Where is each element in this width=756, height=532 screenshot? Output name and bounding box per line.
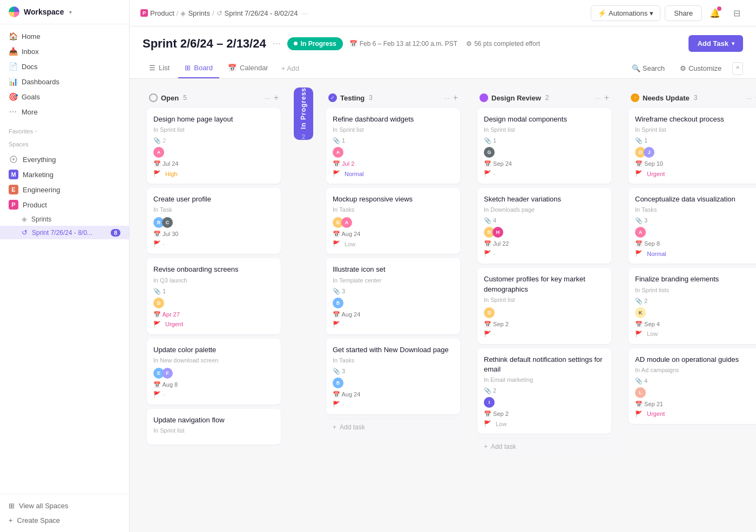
create-space-button[interactable]: + Create Space	[0, 513, 129, 528]
card-row: 📎 2	[153, 137, 274, 144]
share-button[interactable]: Share	[665, 5, 702, 21]
sidebar-dashboards-label: Dashboards	[22, 78, 59, 86]
sidebar-item-more[interactable]: ⋯ More	[0, 104, 129, 119]
breadcrumb-product-icon: P	[140, 9, 148, 17]
breadcrumb-product[interactable]: P Product	[140, 9, 174, 17]
breadcrumb-sprints[interactable]: ◈ Sprints	[180, 9, 210, 17]
list-tab-icon: ☰	[149, 64, 156, 72]
card-wireframe-checkout[interactable]: Wireframe checkout process In Sprint lis…	[629, 108, 756, 184]
sidebar-item-everything[interactable]: Everything	[0, 152, 129, 167]
card-priority-row: 🚩 -	[333, 321, 454, 328]
card-customer-profiles[interactable]: Customer profiles for key market demogra…	[477, 268, 611, 344]
testing-col-add-icon[interactable]: +	[453, 93, 458, 103]
card-date-row: 📅 Jul 30	[153, 231, 274, 238]
avatar: D	[153, 298, 164, 308]
customize-tab-label: Customize	[688, 64, 721, 72]
card-rethink-notification[interactable]: Rethink default notification settings fo…	[477, 348, 611, 434]
card-update-nav[interactable]: Update navigation flow In Sprint list	[147, 409, 281, 445]
card-date: 📅 Jul 2	[333, 160, 354, 167]
card-sketch-header[interactable]: Sketch header variations In Downloads pa…	[477, 188, 611, 264]
card-avatar-row: B	[333, 298, 454, 308]
sidebar-goals-label: Goals	[22, 93, 40, 101]
card-date: 📅 Aug 8	[153, 381, 178, 388]
sidebar-header[interactable]: Workspace ▾	[0, 0, 129, 24]
priority-label: Urgent	[165, 321, 183, 327]
card-priority-row: 🚩 Urgent	[635, 170, 756, 177]
needs-update-col-more-icon[interactable]: ···	[746, 94, 752, 102]
card-get-started-download[interactable]: Get started with New Download page In Ta…	[326, 339, 460, 414]
sidebar-nav: 🏠 Home 📥 Inbox 📄 Docs 📊 Dashboards 🎯 Goa…	[0, 24, 129, 124]
tab-calendar[interactable]: 📅 Calendar	[221, 58, 275, 78]
sprint-more-icon[interactable]: ···	[273, 38, 281, 49]
marketing-label: Marketing	[23, 171, 53, 179]
tab-list[interactable]: ☰ List	[143, 58, 176, 78]
avatar-group: D J	[635, 147, 654, 158]
design-review-col-more-icon[interactable]: ···	[595, 94, 601, 102]
card-finalize-branding[interactable]: Finalize branding elements In Sprint lis…	[629, 268, 756, 344]
card-date-row: 📅 Jul 24	[153, 160, 274, 167]
sidebar-item-goals[interactable]: 🎯 Goals	[0, 89, 129, 104]
card-ad-module[interactable]: AD module on operational guides In Ad ca…	[629, 348, 756, 424]
collapse-button[interactable]: ^	[732, 62, 743, 75]
card-title: Illustrate icon set	[333, 265, 454, 274]
card-design-home[interactable]: Design home page layout In Sprint list 📎…	[147, 108, 281, 184]
sidebar-item-sprint-current[interactable]: ↺ Sprint 7/26/24 - 8/0... 8	[0, 226, 129, 239]
avatar-group: B	[333, 298, 343, 308]
sidebar-item-home[interactable]: 🏠 Home	[0, 29, 129, 44]
card-mockup-responsive[interactable]: Mockup responsive views In Tasks D A 📅 A…	[326, 188, 460, 254]
priority-label: 🚩 -	[484, 250, 495, 257]
priority-label: Low	[345, 241, 355, 247]
card-revise-onboarding[interactable]: Revise onboarding screens In Q3 launch 📎…	[147, 258, 281, 334]
layout-button[interactable]: ⊟	[728, 4, 745, 22]
sidebar-item-sprints[interactable]: ◈ Sprints	[0, 212, 129, 226]
card-avatar-row: I	[484, 397, 605, 408]
card-date: 📅 Sep 21	[635, 401, 663, 408]
sidebar-item-product[interactable]: P Product	[0, 197, 129, 212]
sidebar-item-engineering[interactable]: E Engineering	[0, 182, 129, 197]
topbar-more-icon[interactable]: ···	[302, 9, 308, 17]
sidebar-item-dashboards[interactable]: 📊 Dashboards	[0, 74, 129, 89]
card-refine-dashboard[interactable]: Refine dashboard widgets In Sprint list …	[326, 108, 460, 184]
add-task-button[interactable]: Add Task ▾	[688, 35, 743, 52]
engineering-label: Engineering	[23, 186, 60, 194]
sidebar-item-inbox[interactable]: 📥 Inbox	[0, 44, 129, 59]
calendar-tab-label: Calendar	[240, 64, 268, 72]
tab-add-button[interactable]: + Add	[277, 59, 304, 78]
card-conceptualize-data[interactable]: Conceptualize data visualization In Task…	[629, 188, 756, 264]
automations-button[interactable]: ⚡ Automations ▾	[591, 5, 660, 21]
sidebar-item-docs[interactable]: 📄 Docs	[0, 59, 129, 74]
list-tab-label: List	[159, 64, 170, 72]
card-date: 📅 Aug 24	[333, 311, 360, 318]
card-avatar-row: D	[484, 307, 605, 318]
card-create-user[interactable]: Create user profile In Task B C 📅 Jul 30	[147, 188, 281, 254]
view-all-spaces-button[interactable]: ⊞ View all Spaces	[0, 499, 129, 513]
customize-tab-button[interactable]: ⚙ Customize	[676, 61, 726, 76]
breadcrumb-sprint[interactable]: ↺ Sprint 7/26/24 - 8/02/24	[217, 9, 298, 17]
design-review-add-task[interactable]: + Add task	[477, 438, 611, 455]
testing-add-task[interactable]: + Add task	[326, 419, 460, 435]
sidebar-item-marketing[interactable]: M Marketing	[0, 167, 129, 182]
priority-icon: 🚩	[333, 240, 340, 247]
card-priority-row: 🚩 Low	[484, 420, 605, 427]
avatar: A	[635, 227, 646, 238]
card-design-modal[interactable]: Design modal components In Sprint list 📎…	[477, 108, 611, 184]
column-testing: ✓ Testing 3 ··· + Refine dashboard widge…	[322, 87, 464, 440]
card-update-color[interactable]: Update color palette In New download scr…	[147, 339, 281, 405]
open-col-add-icon[interactable]: +	[274, 93, 279, 103]
card-illustrate-icon[interactable]: Illustrate icon set In Template center 📎…	[326, 258, 460, 334]
column-needs-update-header: ! Needs Update 3 ··· +	[624, 87, 756, 108]
engineering-icon: E	[9, 185, 18, 194]
card-date: 📅 Sep 8	[635, 240, 660, 247]
testing-col-more-icon[interactable]: ···	[444, 94, 450, 102]
search-tab-button[interactable]: 🔍 Search	[627, 61, 669, 76]
open-col-more-icon[interactable]: ···	[265, 94, 271, 102]
notifications-button[interactable]: 🔔	[706, 4, 724, 22]
design-review-col-add-icon[interactable]: +	[604, 93, 609, 103]
card-date-row: 📅 Sep 4	[635, 321, 756, 328]
column-testing-header: ✓ Testing 3 ··· +	[322, 87, 464, 108]
sidebar-more-label: More	[22, 108, 38, 116]
card-priority-row: 🚩 -	[484, 170, 605, 177]
tab-board[interactable]: ⊞ Board	[178, 58, 219, 78]
search-tab-label: Search	[643, 64, 665, 72]
topbar: P Product / ◈ Sprints / ↺ Sprint 7/26/24…	[130, 0, 756, 26]
